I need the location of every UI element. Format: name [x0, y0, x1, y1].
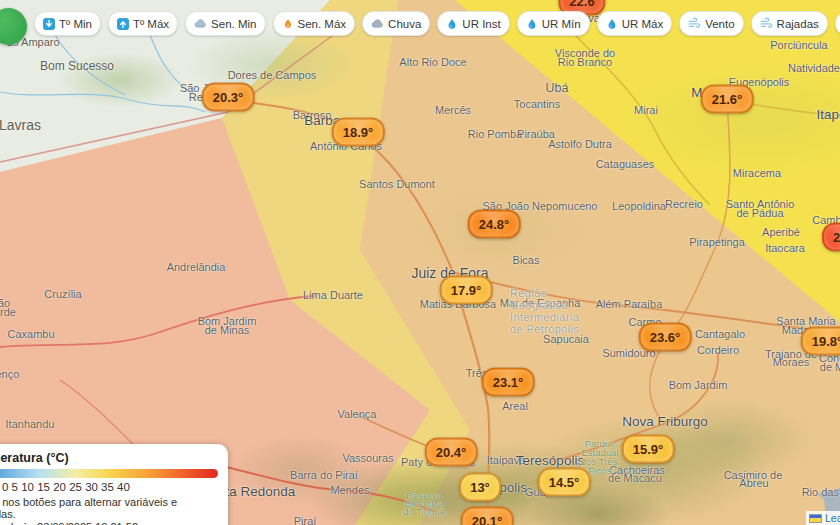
- toolbar-button-vento[interactable]: Vento: [679, 11, 743, 36]
- temperature-marker-23.1[interactable]: 23.1°: [482, 368, 535, 397]
- map-label-pirapetinga: Pirapetinga: [689, 236, 745, 248]
- map-label-santos-dumont: Santos Dumont: [359, 178, 435, 190]
- map-label-aperib-: Aperibé: [762, 226, 800, 238]
- map-label-cruz-lia: Cruzília: [44, 288, 81, 300]
- map-label-tocantins: Tocantins: [514, 98, 560, 110]
- toolbar-button-label: Chuva: [388, 18, 421, 30]
- map-label-abreu: Abreu: [739, 477, 768, 489]
- map-label-porci-ncula: Porciúncula: [770, 39, 827, 51]
- toolbar-button-label: Sen. Min: [211, 18, 256, 30]
- thermometer-down-icon: [43, 18, 55, 30]
- legend-instructions: Clique nos botões para alternar variávei…: [0, 496, 218, 520]
- toolbar-button-label: Sen. Máx: [298, 18, 347, 30]
- map-label-rio-pomba: Rio Pomba: [468, 128, 522, 140]
- toolbar-button-sen-max[interactable]: Sen. Máx: [273, 11, 356, 36]
- map-label-cataguases: Cataguases: [596, 158, 655, 170]
- temperature-marker-20.3[interactable]: 20.3°: [202, 83, 255, 112]
- map-label-rde: rde: [0, 306, 16, 318]
- toolbar-button-t-max[interactable]: Tº Máx: [108, 11, 178, 36]
- map-label-do-tingu-: do Tinguá: [403, 506, 445, 517]
- map-label-bicas: Bicas: [513, 254, 540, 266]
- map-label-lima-duarte: Lima Duarte: [303, 289, 363, 301]
- map-label-mendes: Mendes: [330, 484, 369, 496]
- toolbar-button-label: Tº Máx: [133, 18, 169, 30]
- leaflet-attribution-link[interactable]: Leaflet: [825, 512, 840, 524]
- toolbar-button-label: UR Mín: [542, 18, 581, 30]
- toolbar-button-ur-min[interactable]: UR Mín: [517, 11, 590, 36]
- map-label-andrel-ndia: Andrelândia: [167, 261, 226, 273]
- temperature-marker-14.5[interactable]: 14.5°: [538, 468, 591, 497]
- temperature-marker-21.6[interactable]: 21.6°: [701, 85, 754, 114]
- toolbar-button-ur-max[interactable]: UR Máx: [597, 11, 673, 36]
- map-label-itaocara: Itaocara: [765, 242, 805, 254]
- thermometer-up-icon: [117, 18, 129, 30]
- weather-map-app: do AmparoBom SucessoLavrasSão João delRe…: [0, 0, 840, 525]
- map-attribution: Leaflet: [806, 511, 840, 525]
- droplet-icon: [446, 18, 458, 30]
- temperature-marker-15.9[interactable]: 15.9°: [622, 435, 675, 464]
- toolbar-button-ur-inst[interactable]: UR Inst: [437, 11, 509, 36]
- temperature-marker-25.[interactable]: 25.: [822, 223, 840, 252]
- wind-icon: [760, 17, 773, 30]
- toolbar-button-t-min[interactable]: Tº Min: [34, 11, 101, 36]
- map-label-nova-friburgo: Nova Friburgo: [622, 414, 708, 429]
- temperature-marker-20.1[interactable]: 20.1°: [461, 507, 514, 525]
- temperature-marker-19.8[interactable]: 19.8°: [801, 327, 840, 356]
- legend-gradient-bar: [0, 469, 218, 478]
- temperature-marker-17.9[interactable]: 17.9°: [440, 276, 493, 305]
- map-label-lavras: Lavras: [0, 117, 41, 133]
- map-label-astolfo-dutra: Astolfo Dutra: [548, 138, 612, 150]
- map-label-alto-rio-doce: Alto Rio Doce: [399, 56, 466, 68]
- droplet-icon: [526, 18, 538, 30]
- map-label-valen-a: Valença: [338, 408, 377, 420]
- map-label-dores-de-campos: Dores de Campos: [228, 69, 317, 81]
- toolbar-button-label: Tº Min: [59, 18, 92, 30]
- toolbar-button-rajadas-max[interactable]: Rajadas Max: [835, 11, 840, 36]
- map-label-rio-das-ostras: Rio das Ostras: [802, 486, 840, 498]
- temperature-marker-20.4[interactable]: 20.4°: [425, 438, 478, 467]
- snow-cloud-icon: [194, 17, 207, 30]
- map-label-mar-de-espanha: Mar de Espanha: [500, 297, 581, 309]
- map-label-de-p-dua: de Pádua: [736, 207, 783, 219]
- map-label-sapucaia: Sapucaia: [543, 333, 589, 345]
- map-label-leopoldina: Leopoldina: [612, 200, 666, 212]
- toolbar-button-label: Vento: [705, 18, 734, 30]
- map-label-itaperuna: Itaperuna: [816, 107, 840, 122]
- toolbar-button-chuva[interactable]: Chuva: [362, 11, 430, 36]
- toolbar-button-label: Rajadas: [777, 18, 819, 30]
- temperature-marker-13[interactable]: 13°: [459, 473, 501, 502]
- temperature-marker-23.6[interactable]: 23.6°: [639, 323, 692, 352]
- map-label-miracema: Miracema: [733, 167, 781, 179]
- map-label-cantagalo: Cantagalo: [695, 328, 745, 340]
- toolbar: Tº MinTº MáxSen. MinSen. MáxChuvaUR Inst…: [34, 11, 840, 36]
- map-label-rio-branco: Rio Branco: [558, 56, 612, 68]
- map-label-natividade: Natividade: [788, 62, 840, 74]
- legend-panel: Temperatura (°C) 0 5 10 15 20 25 30 35 4…: [0, 444, 228, 525]
- temperature-marker-18.9[interactable]: 18.9°: [332, 118, 385, 147]
- droplet-icon: [606, 18, 618, 30]
- legend-scale-labels: 0 5 10 15 20 25 30 35 40: [2, 481, 218, 493]
- rain-cloud-icon: [371, 17, 384, 30]
- map-label-bom-sucesso: Bom Sucesso: [40, 59, 114, 73]
- map-label-de-minas: de Minas: [205, 324, 250, 336]
- map-label-cordeiro: Cordeiro: [697, 344, 739, 356]
- map-label-vassouras: Vassouras: [342, 452, 393, 464]
- toolbar-button-rajadas[interactable]: Rajadas: [751, 11, 828, 36]
- map-label-recreio: Recreio: [665, 198, 703, 210]
- map-label-ub-: Ubá: [546, 81, 569, 95]
- map-label-pira-: Piraí: [294, 515, 317, 525]
- ukraine-flag-icon: [809, 514, 822, 523]
- temperature-marker-24.8[interactable]: 24.8°: [468, 210, 521, 239]
- toolbar-button-sen-min[interactable]: Sen. Min: [185, 11, 265, 36]
- map-label-de-macabu: de Macabu: [820, 361, 840, 373]
- map-label-barra-do-pira-: Barra do Piraí: [290, 469, 358, 481]
- map-label-picos: Picos: [588, 465, 611, 476]
- map-label-caxambu: Caxambu: [7, 328, 54, 340]
- map-label-itanhandu: Itanhandu: [6, 418, 55, 430]
- map-label-s-o-louren-o: São Lourenço: [0, 368, 19, 380]
- map-label-de-macacu: de Macacu: [608, 472, 662, 484]
- map-label-moraes: Moraes: [773, 356, 810, 368]
- map-label-merc-s: Mercês: [435, 104, 471, 116]
- map-label-al-m-para-ba: Além Paraíba: [596, 298, 663, 310]
- wind-icon: [688, 17, 701, 30]
